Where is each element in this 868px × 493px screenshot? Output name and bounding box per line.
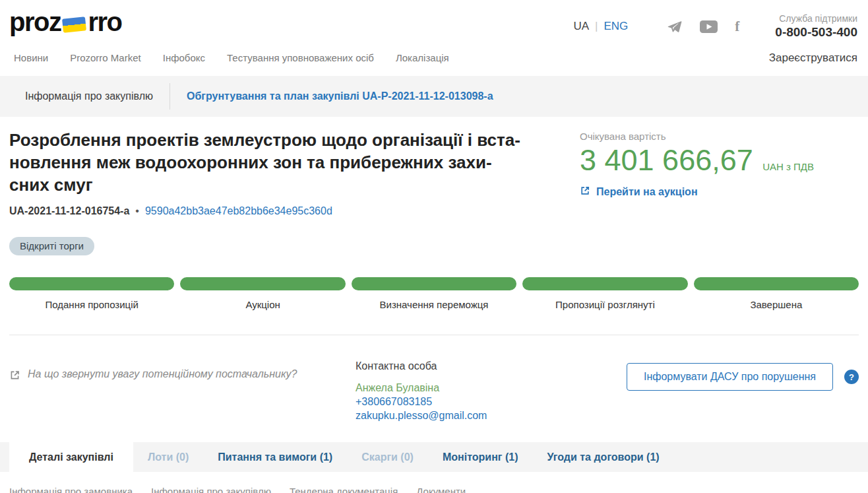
procurement-stages: Подання пропозицій Аукціон Визначення пе… — [9, 277, 859, 310]
go-to-auction-link[interactable]: Перейти на аукціон — [580, 185, 853, 199]
page-title: Розроблення проектів землеустрою щодо ор… — [9, 129, 580, 199]
stage-bar — [180, 277, 345, 290]
tab-questions[interactable]: Питання та вимоги (1) — [203, 442, 347, 472]
logo-text-pre: proz — [9, 7, 61, 36]
nav-item-testing[interactable]: Тестування уповноважених осіб — [227, 52, 374, 63]
stage-bar — [9, 277, 174, 290]
prozorro-logo[interactable]: prozrro — [9, 7, 122, 37]
title-line: сних смуг — [9, 174, 580, 196]
support-block: Служба підтримки 0-800-503-400 — [775, 13, 857, 40]
ukraine-flag-icon — [62, 16, 86, 33]
breadcrumb-plan-link[interactable]: Обгрунтування та план закупівлі UA-P-202… — [187, 90, 493, 102]
expected-value-line: 3 401 666,67 UAH з ПДВ — [580, 143, 853, 178]
language-switcher: UA | ENG — [573, 20, 628, 33]
expected-value-currency: UAH з ПДВ — [762, 161, 814, 172]
tender-id: UA-2021-11-12-016754-a — [9, 205, 129, 217]
expected-value-label: Очікувана вартість — [580, 131, 853, 142]
contact-name: Анжела Булавіна — [356, 381, 588, 395]
stage-bar — [694, 277, 859, 290]
subnav-documents[interactable]: Документи — [416, 486, 466, 493]
title-line: новлення меж водоохоронних зон та прибер… — [9, 151, 580, 174]
tab-complaints[interactable]: Скарги (0) — [347, 442, 428, 472]
contact-email[interactable]: zakupku.plesso@gmail.com — [356, 409, 588, 422]
header-top-row: prozrro UA | ENG f Служба підтримки 0-80… — [0, 0, 868, 40]
contact-phone[interactable]: +380667083185 — [356, 395, 588, 409]
tender-id-row: UA-2021-11-12-016754-a • 9590a42bb3ae47e… — [9, 205, 859, 217]
subnav-purchase-info[interactable]: Інформація про закупівлю — [151, 486, 271, 493]
main-nav: Новини Prozorro Market Інфобокс Тестуван… — [14, 52, 449, 63]
register-link[interactable]: Зареєструватися — [769, 51, 857, 65]
stage-bidding: Подання пропозицій — [9, 277, 174, 310]
nav-item-localization[interactable]: Локалізація — [396, 52, 449, 63]
inform-dasu-button[interactable]: Інформувати ДАСУ про порушення — [627, 363, 833, 391]
external-link-icon — [580, 185, 590, 199]
nav-item-prozorro-market[interactable]: Prozorro Market — [70, 52, 141, 63]
social-links: f — [666, 18, 739, 35]
nav-item-news[interactable]: Новини — [14, 52, 48, 63]
help-icon[interactable]: ? — [844, 370, 859, 384]
details-subnav: Інформація про замовника Інформація про … — [0, 472, 868, 493]
stage-reviewed: Пропозиції розглянуті — [522, 277, 687, 310]
header-right-cluster: UA | ENG f Служба підтримки 0-800-503-40… — [573, 7, 857, 40]
lang-ua[interactable]: UA — [573, 20, 589, 33]
lang-divider: | — [595, 20, 598, 33]
tab-monitoring[interactable]: Моніторинг (1) — [428, 442, 533, 472]
logo-text-post: rro — [88, 7, 121, 36]
lang-eng[interactable]: ENG — [604, 20, 629, 33]
status-badge: Відкриті торги — [9, 237, 94, 255]
title-line: Розроблення проектів землеустрою щодо ор… — [9, 129, 580, 151]
dasu-block: Інформувати ДАСУ про порушення ? — [627, 360, 859, 422]
telegram-icon[interactable] — [666, 19, 683, 34]
subnav-buyer-info[interactable]: Інформація про замовника — [9, 486, 133, 493]
header-nav-row: Новини Prozorro Market Інфобокс Тестуван… — [0, 40, 868, 76]
tab-agreements[interactable]: Угоди та договори (1) — [532, 442, 673, 472]
site-header: prozrro UA | ENG f Служба підтримки 0-80… — [0, 0, 868, 76]
expected-value-block: Очікувана вартість 3 401 666,67 UAH з ПД… — [580, 129, 853, 199]
stage-label: Визначення переможця — [352, 299, 516, 310]
info-row: На що звернути увагу потенційному постач… — [9, 335, 859, 422]
subnav-tender-docs[interactable]: Тендерна документація — [290, 486, 398, 493]
stage-label: Пропозиції розглянуті — [522, 299, 687, 310]
stage-label: Аукціон — [180, 299, 345, 310]
nav-item-infobox[interactable]: Інфобокс — [163, 52, 205, 63]
external-link-icon — [9, 368, 20, 383]
contact-block: Контактна особа Анжела Булавіна +3806670… — [356, 360, 588, 422]
stage-completed: Завершена — [694, 277, 859, 310]
tender-hash-link[interactable]: 9590a42bb3ae47eb82bb6e34e95c360d — [145, 205, 332, 217]
support-label: Служба підтримки — [775, 13, 857, 24]
facebook-icon[interactable]: f — [735, 18, 739, 35]
expected-value-amount: 3 401 666,67 — [580, 143, 753, 177]
breadcrumb-divider — [170, 83, 170, 110]
tab-lots[interactable]: Лоти (0) — [133, 442, 203, 472]
stage-bar — [522, 277, 687, 290]
contact-label: Контактна особа — [356, 360, 588, 372]
breadcrumb-info-tab[interactable]: Інформація про закупівлю — [25, 90, 153, 102]
supplier-note-link[interactable]: На що звернути увагу потенційному постач… — [9, 360, 356, 422]
supplier-note-text: На що звернути увагу потенційному постач… — [28, 368, 297, 380]
tender-tabs: Деталі закупівлі Лоти (0) Питання та вим… — [0, 442, 868, 472]
tab-details[interactable]: Деталі закупівлі — [9, 442, 133, 472]
support-phone[interactable]: 0-800-503-400 — [775, 25, 857, 40]
title-row: Розроблення проектів землеустрою щодо ор… — [9, 129, 859, 199]
youtube-icon[interactable] — [700, 20, 718, 33]
stage-bar — [352, 277, 516, 290]
stage-label: Подання пропозицій — [9, 299, 174, 310]
main-content: Розроблення проектів землеустрою щодо ор… — [0, 129, 868, 422]
go-to-auction-label: Перейти на аукціон — [596, 186, 698, 198]
breadcrumb: Інформація про закупівлю Обгрунтування т… — [0, 76, 868, 117]
stage-winner: Визначення переможця — [352, 277, 516, 310]
stage-auction: Аукціон — [180, 277, 345, 310]
id-separator: • — [135, 205, 139, 217]
stage-label: Завершена — [694, 299, 859, 310]
